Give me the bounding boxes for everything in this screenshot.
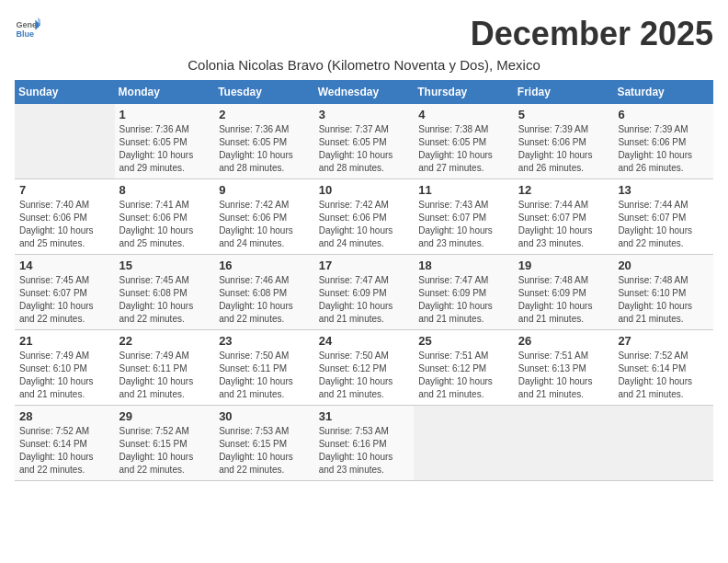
day-number: 31: [319, 409, 410, 423]
day-cell: 16Sunrise: 7:46 AM Sunset: 6:08 PM Dayli…: [214, 255, 314, 330]
day-cell: 30Sunrise: 7:53 AM Sunset: 6:15 PM Dayli…: [214, 406, 314, 481]
day-cell: 20Sunrise: 7:48 AM Sunset: 6:10 PM Dayli…: [613, 255, 713, 330]
day-info: Sunrise: 7:46 AM Sunset: 6:08 PM Dayligh…: [219, 274, 310, 326]
day-cell: 24Sunrise: 7:50 AM Sunset: 6:12 PM Dayli…: [314, 330, 415, 406]
day-number: 8: [119, 183, 210, 197]
day-cell: 17Sunrise: 7:47 AM Sunset: 6:09 PM Dayli…: [314, 255, 415, 330]
week-row-2: 14Sunrise: 7:45 AM Sunset: 6:07 PM Dayli…: [15, 255, 713, 330]
day-number: 1: [119, 108, 210, 121]
day-cell: 3Sunrise: 7:37 AM Sunset: 6:05 PM Daylig…: [314, 104, 415, 179]
day-number: 22: [119, 334, 210, 348]
day-number: 26: [518, 334, 609, 348]
day-info: Sunrise: 7:47 AM Sunset: 6:09 PM Dayligh…: [319, 274, 410, 326]
day-info: Sunrise: 7:51 AM Sunset: 6:13 PM Dayligh…: [518, 350, 609, 401]
day-cell: 5Sunrise: 7:39 AM Sunset: 6:06 PM Daylig…: [514, 104, 614, 179]
day-cell: 19Sunrise: 7:48 AM Sunset: 6:09 PM Dayli…: [514, 255, 614, 330]
week-row-3: 21Sunrise: 7:49 AM Sunset: 6:10 PM Dayli…: [15, 330, 713, 406]
day-cell: 21Sunrise: 7:49 AM Sunset: 6:10 PM Dayli…: [15, 330, 115, 406]
day-info: Sunrise: 7:45 AM Sunset: 6:08 PM Dayligh…: [119, 274, 210, 326]
header-monday: Monday: [115, 80, 215, 104]
day-cell: [514, 406, 614, 481]
day-info: Sunrise: 7:36 AM Sunset: 6:05 PM Dayligh…: [219, 123, 310, 175]
day-cell: 2Sunrise: 7:36 AM Sunset: 6:05 PM Daylig…: [214, 104, 314, 179]
week-row-4: 28Sunrise: 7:52 AM Sunset: 6:14 PM Dayli…: [15, 406, 713, 481]
day-info: Sunrise: 7:44 AM Sunset: 6:07 PM Dayligh…: [518, 199, 609, 250]
day-number: 21: [19, 334, 110, 348]
day-cell: 10Sunrise: 7:42 AM Sunset: 6:06 PM Dayli…: [314, 179, 415, 255]
day-number: 18: [418, 259, 509, 272]
day-cell: 11Sunrise: 7:43 AM Sunset: 6:07 PM Dayli…: [414, 179, 514, 255]
day-info: Sunrise: 7:42 AM Sunset: 6:06 PM Dayligh…: [219, 199, 310, 250]
day-cell: 18Sunrise: 7:47 AM Sunset: 6:09 PM Dayli…: [414, 255, 514, 330]
day-info: Sunrise: 7:44 AM Sunset: 6:07 PM Dayligh…: [618, 199, 709, 250]
day-number: 25: [418, 334, 509, 348]
header-saturday: Saturday: [613, 80, 713, 104]
day-cell: 12Sunrise: 7:44 AM Sunset: 6:07 PM Dayli…: [514, 179, 614, 255]
day-info: Sunrise: 7:50 AM Sunset: 6:12 PM Dayligh…: [319, 350, 410, 401]
svg-text:Blue: Blue: [16, 29, 34, 39]
day-number: 20: [618, 259, 709, 272]
day-cell: 29Sunrise: 7:52 AM Sunset: 6:15 PM Dayli…: [115, 406, 215, 481]
day-number: 9: [219, 183, 310, 197]
day-info: Sunrise: 7:40 AM Sunset: 6:06 PM Dayligh…: [19, 199, 110, 250]
month-title: December 2025: [471, 15, 713, 53]
day-number: 13: [618, 183, 709, 197]
day-info: Sunrise: 7:41 AM Sunset: 6:06 PM Dayligh…: [119, 199, 210, 250]
day-cell: [613, 406, 713, 481]
day-number: 4: [418, 108, 509, 121]
day-number: 28: [19, 409, 110, 423]
day-info: Sunrise: 7:50 AM Sunset: 6:11 PM Dayligh…: [219, 350, 310, 401]
day-cell: [414, 406, 514, 481]
day-number: 16: [219, 259, 310, 272]
header-friday: Friday: [514, 80, 614, 104]
day-number: 24: [319, 334, 410, 348]
day-cell: 14Sunrise: 7:45 AM Sunset: 6:07 PM Dayli…: [15, 255, 115, 330]
calendar-header-row: SundayMondayTuesdayWednesdayThursdayFrid…: [15, 80, 713, 104]
day-number: 7: [19, 183, 110, 197]
day-cell: 31Sunrise: 7:53 AM Sunset: 6:16 PM Dayli…: [314, 406, 415, 481]
day-info: Sunrise: 7:48 AM Sunset: 6:10 PM Dayligh…: [618, 274, 709, 326]
day-number: 19: [518, 259, 609, 272]
day-cell: 27Sunrise: 7:52 AM Sunset: 6:14 PM Dayli…: [613, 330, 713, 406]
day-info: Sunrise: 7:49 AM Sunset: 6:10 PM Dayligh…: [19, 350, 110, 401]
header-tuesday: Tuesday: [214, 80, 314, 104]
day-cell: 23Sunrise: 7:50 AM Sunset: 6:11 PM Dayli…: [214, 330, 314, 406]
day-info: Sunrise: 7:43 AM Sunset: 6:07 PM Dayligh…: [418, 199, 509, 250]
day-cell: 9Sunrise: 7:42 AM Sunset: 6:06 PM Daylig…: [214, 179, 314, 255]
day-number: 12: [518, 183, 609, 197]
day-number: 23: [219, 334, 310, 348]
day-info: Sunrise: 7:53 AM Sunset: 6:15 PM Dayligh…: [219, 425, 310, 477]
header-wednesday: Wednesday: [314, 80, 415, 104]
day-info: Sunrise: 7:49 AM Sunset: 6:11 PM Dayligh…: [119, 350, 210, 401]
calendar-table: SundayMondayTuesdayWednesdayThursdayFrid…: [15, 80, 713, 481]
day-cell: 6Sunrise: 7:39 AM Sunset: 6:06 PM Daylig…: [613, 104, 713, 179]
day-info: Sunrise: 7:48 AM Sunset: 6:09 PM Dayligh…: [518, 274, 609, 326]
day-number: 10: [319, 183, 410, 197]
day-cell: [15, 104, 115, 179]
week-row-1: 7Sunrise: 7:40 AM Sunset: 6:06 PM Daylig…: [15, 179, 713, 255]
day-cell: 1Sunrise: 7:36 AM Sunset: 6:05 PM Daylig…: [115, 104, 215, 179]
day-info: Sunrise: 7:36 AM Sunset: 6:05 PM Dayligh…: [119, 123, 210, 175]
day-cell: 25Sunrise: 7:51 AM Sunset: 6:12 PM Dayli…: [414, 330, 514, 406]
week-row-0: 1Sunrise: 7:36 AM Sunset: 6:05 PM Daylig…: [15, 104, 713, 179]
day-cell: 7Sunrise: 7:40 AM Sunset: 6:06 PM Daylig…: [15, 179, 115, 255]
day-number: 5: [518, 108, 609, 121]
day-number: 29: [119, 409, 210, 423]
day-info: Sunrise: 7:39 AM Sunset: 6:06 PM Dayligh…: [618, 123, 709, 175]
day-info: Sunrise: 7:52 AM Sunset: 6:14 PM Dayligh…: [618, 350, 709, 401]
day-cell: 8Sunrise: 7:41 AM Sunset: 6:06 PM Daylig…: [115, 179, 215, 255]
day-number: 14: [19, 259, 110, 272]
day-cell: 22Sunrise: 7:49 AM Sunset: 6:11 PM Dayli…: [115, 330, 215, 406]
day-number: 30: [219, 409, 310, 423]
logo: General Blue: [15, 15, 40, 40]
day-cell: 13Sunrise: 7:44 AM Sunset: 6:07 PM Dayli…: [613, 179, 713, 255]
header: General Blue December 2025: [15, 15, 713, 53]
day-cell: 28Sunrise: 7:52 AM Sunset: 6:14 PM Dayli…: [15, 406, 115, 481]
header-sunday: Sunday: [15, 80, 115, 104]
day-number: 2: [219, 108, 310, 121]
day-info: Sunrise: 7:38 AM Sunset: 6:05 PM Dayligh…: [418, 123, 509, 175]
day-number: 17: [319, 259, 410, 272]
day-number: 6: [618, 108, 709, 121]
day-info: Sunrise: 7:52 AM Sunset: 6:14 PM Dayligh…: [19, 425, 110, 477]
day-cell: 15Sunrise: 7:45 AM Sunset: 6:08 PM Dayli…: [115, 255, 215, 330]
